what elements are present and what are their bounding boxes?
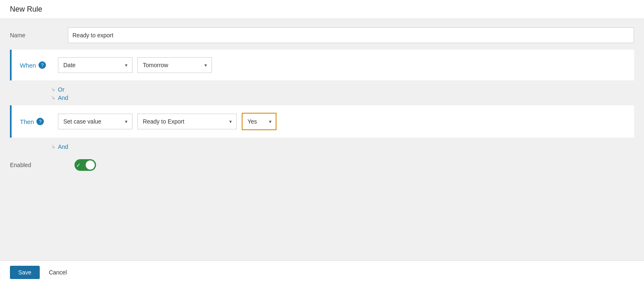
when-and-link[interactable]: ↳ And [51, 95, 68, 101]
save-button[interactable]: Save [10, 266, 40, 279]
when-connectors: ↳ Or ↳ And [10, 84, 634, 104]
and-arrow-then: ↳ [51, 144, 55, 150]
then-and-label: And [58, 143, 68, 150]
when-condition-wrapper: Date Status Priority [58, 57, 132, 73]
then-label: Then [20, 118, 34, 125]
when-block: When ? Date Status Priority Tomorrow Tod… [10, 50, 634, 104]
enabled-label: Enabled [10, 162, 68, 168]
when-help-icon[interactable]: ? [38, 61, 46, 69]
enabled-toggle[interactable]: ✓ [74, 159, 96, 171]
toggle-check-icon: ✓ [76, 162, 81, 168]
then-action-wrapper: Set case value Send email Assign user [58, 114, 132, 129]
then-action-select[interactable]: Set case value Send email Assign user [58, 114, 132, 129]
when-label: When [20, 62, 36, 69]
then-and-link[interactable]: ↳ And [51, 143, 68, 150]
and-arrow-when: ↳ [51, 95, 55, 101]
then-connectors: ↳ And [10, 141, 634, 153]
or-arrow: ↳ [51, 87, 55, 92]
then-section: Then ? Set case value Send email Assign … [10, 105, 634, 138]
toggle-thumb [86, 160, 95, 170]
name-field-row: Name [10, 27, 634, 43]
page-content: Name When ? Date Status Priority Tomorro… [0, 19, 644, 260]
then-field-wrapper: Ready to Export Status Priority [137, 114, 237, 129]
then-label-group: Then ? [20, 118, 53, 125]
enabled-row: Enabled ✓ [10, 159, 634, 171]
name-input[interactable] [68, 27, 634, 43]
toggle-track: ✓ [74, 159, 96, 171]
then-help-icon[interactable]: ? [36, 118, 44, 125]
page-footer: Save Cancel [0, 260, 644, 284]
when-or-label: Or [58, 86, 65, 93]
when-value-wrapper: Tomorrow Today Yesterday This week [137, 57, 212, 73]
name-label: Name [10, 32, 68, 39]
when-condition-select[interactable]: Date Status Priority [58, 57, 132, 73]
page-header: New Rule [0, 0, 644, 19]
when-value-select[interactable]: Tomorrow Today Yesterday This week [137, 57, 212, 73]
then-yes-select[interactable]: Yes No [243, 114, 276, 129]
then-block: Then ? Set case value Send email Assign … [10, 105, 634, 153]
then-yes-wrapper: Yes No [242, 113, 276, 130]
when-section: When ? Date Status Priority Tomorrow Tod… [10, 50, 634, 80]
then-field-select[interactable]: Ready to Export Status Priority [137, 114, 237, 129]
page-title: New Rule [10, 5, 634, 14]
when-label-group: When ? [20, 61, 53, 69]
cancel-button[interactable]: Cancel [45, 266, 71, 279]
when-or-link[interactable]: ↳ Or [51, 86, 65, 93]
when-and-label: And [58, 95, 68, 101]
